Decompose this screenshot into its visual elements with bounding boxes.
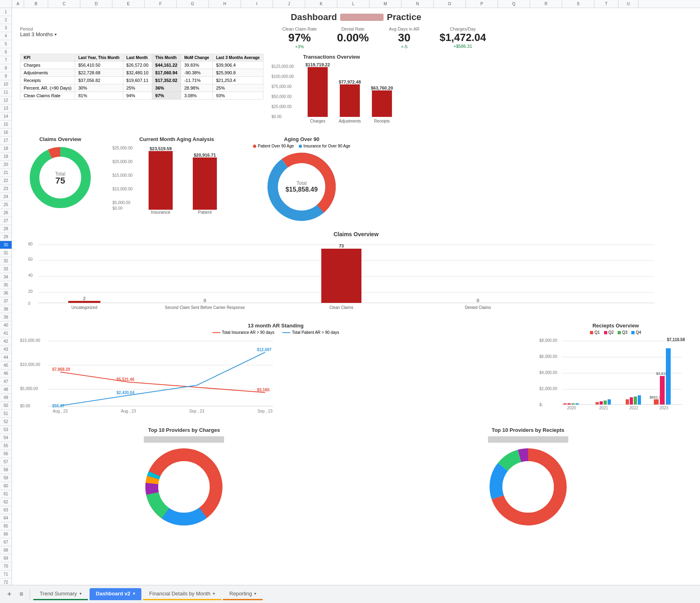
row-69[interactable]: 69 — [0, 554, 12, 562]
row-38[interactable]: 38 — [0, 305, 12, 313]
col-O[interactable]: O — [434, 0, 466, 8]
row-7[interactable]: 7 — [0, 56, 12, 64]
row-52[interactable]: 52 — [0, 418, 12, 426]
row-31[interactable]: 31 — [0, 249, 12, 257]
col-B[interactable]: B — [24, 0, 48, 8]
row-53[interactable]: 53 — [0, 426, 12, 434]
row-8[interactable]: 8 — [0, 64, 12, 72]
row-30[interactable]: 30 — [0, 241, 12, 249]
row-11[interactable]: 11 — [0, 88, 12, 96]
col-L[interactable]: L — [337, 0, 369, 8]
row-46[interactable]: 46 — [0, 370, 12, 378]
row-39[interactable]: 39 — [0, 313, 12, 321]
tab-reporting[interactable]: Reporting ▾ — [223, 588, 263, 600]
row-40[interactable]: 40 — [0, 321, 12, 329]
row-18[interactable]: 18 — [0, 145, 12, 153]
row-9[interactable]: 9 — [0, 72, 12, 80]
row-12[interactable]: 12 — [0, 96, 12, 104]
row-36[interactable]: 36 — [0, 289, 12, 297]
row-17[interactable]: 17 — [0, 137, 12, 145]
row-5[interactable]: 5 — [0, 40, 12, 48]
row-66[interactable]: 66 — [0, 530, 12, 538]
row-35[interactable]: 35 — [0, 281, 12, 289]
row-43[interactable]: 43 — [0, 345, 12, 354]
col-H[interactable]: H — [209, 0, 241, 8]
row-25[interactable]: 25 — [0, 201, 12, 209]
row-50[interactable]: 50 — [0, 402, 12, 410]
period-value[interactable]: Last 3 Months ▾ — [20, 31, 76, 37]
row-47[interactable]: 47 — [0, 378, 12, 386]
col-G[interactable]: G — [177, 0, 209, 8]
row-41[interactable]: 41 — [0, 329, 12, 337]
row-10[interactable]: 10 — [0, 80, 12, 88]
tab-dashboard-v2[interactable]: Dashboard v2 ▾ — [90, 588, 141, 600]
row-28[interactable]: 28 — [0, 225, 12, 233]
col-N[interactable]: N — [402, 0, 434, 8]
row-2[interactable]: 2 — [0, 16, 12, 24]
row-42[interactable]: 42 — [0, 337, 12, 345]
row-58[interactable]: 58 — [0, 466, 12, 474]
row-59[interactable]: 59 — [0, 474, 12, 482]
col-S[interactable]: S — [562, 0, 594, 8]
row-29[interactable]: 29 — [0, 233, 12, 241]
row-61[interactable]: 61 — [0, 490, 12, 498]
row-49[interactable]: 49 — [0, 394, 12, 402]
row-32[interactable]: 32 — [0, 257, 12, 265]
row-64[interactable]: 64 — [0, 514, 12, 522]
row-68[interactable]: 68 — [0, 546, 12, 554]
col-E[interactable]: E — [112, 0, 145, 8]
col-R[interactable]: R — [530, 0, 562, 8]
row-70[interactable]: 70 — [0, 562, 12, 570]
col-T[interactable]: T — [594, 0, 618, 8]
col-K[interactable]: K — [305, 0, 337, 8]
sheets-menu-button[interactable]: ≡ — [16, 589, 27, 599]
col-Q[interactable]: Q — [498, 0, 530, 8]
row-22[interactable]: 22 — [0, 177, 12, 185]
col-D[interactable]: D — [80, 0, 112, 8]
row-48[interactable]: 48 — [0, 386, 12, 394]
row-45[interactable]: 45 — [0, 362, 12, 370]
col-I[interactable]: I — [241, 0, 273, 8]
row-65[interactable]: 65 — [0, 522, 12, 530]
row-19[interactable]: 19 — [0, 153, 12, 161]
row-26[interactable]: 26 — [0, 209, 12, 217]
row-16[interactable]: 16 — [0, 129, 12, 137]
col-F[interactable]: F — [145, 0, 177, 8]
col-U[interactable]: U — [618, 0, 639, 8]
row-14[interactable]: 14 — [0, 112, 12, 121]
row-34[interactable]: 34 — [0, 273, 12, 281]
row-33[interactable]: 33 — [0, 265, 12, 273]
row-44[interactable]: 44 — [0, 354, 12, 362]
row-3[interactable]: 3 — [0, 24, 12, 32]
row-23[interactable]: 23 — [0, 185, 12, 193]
row-6[interactable]: 6 — [0, 48, 12, 56]
col-C[interactable]: C — [48, 0, 80, 8]
row-60[interactable]: 60 — [0, 482, 12, 490]
col-P[interactable]: P — [466, 0, 498, 8]
col-A[interactable]: A — [12, 0, 24, 8]
period-metrics-row: Period Last 3 Months ▾ Clean Claim Rate … — [20, 27, 692, 49]
row-1[interactable]: 1 — [0, 8, 12, 16]
tab-trend-summary[interactable]: Trend Summary ▾ — [33, 588, 88, 600]
col-M[interactable]: M — [369, 0, 402, 8]
row-27[interactable]: 27 — [0, 217, 12, 225]
col-J[interactable]: J — [273, 0, 305, 8]
row-54[interactable]: 54 — [0, 434, 12, 442]
row-71[interactable]: 71 — [0, 570, 12, 578]
row-4[interactable]: 4 — [0, 32, 12, 40]
row-13[interactable]: 13 — [0, 104, 12, 112]
row-37[interactable]: 37 — [0, 297, 12, 305]
row-67[interactable]: 67 — [0, 538, 12, 546]
row-15[interactable]: 15 — [0, 121, 12, 129]
add-sheet-button[interactable]: + — [4, 589, 15, 600]
row-63[interactable]: 63 — [0, 506, 12, 514]
row-21[interactable]: 21 — [0, 169, 12, 177]
row-57[interactable]: 57 — [0, 458, 12, 466]
row-24[interactable]: 24 — [0, 193, 12, 201]
row-56[interactable]: 56 — [0, 450, 12, 458]
row-20[interactable]: 20 — [0, 161, 12, 169]
row-51[interactable]: 51 — [0, 410, 12, 418]
tab-financial-details[interactable]: Financial Details by Month ▾ — [143, 588, 221, 600]
row-62[interactable]: 62 — [0, 498, 12, 506]
row-55[interactable]: 55 — [0, 442, 12, 450]
